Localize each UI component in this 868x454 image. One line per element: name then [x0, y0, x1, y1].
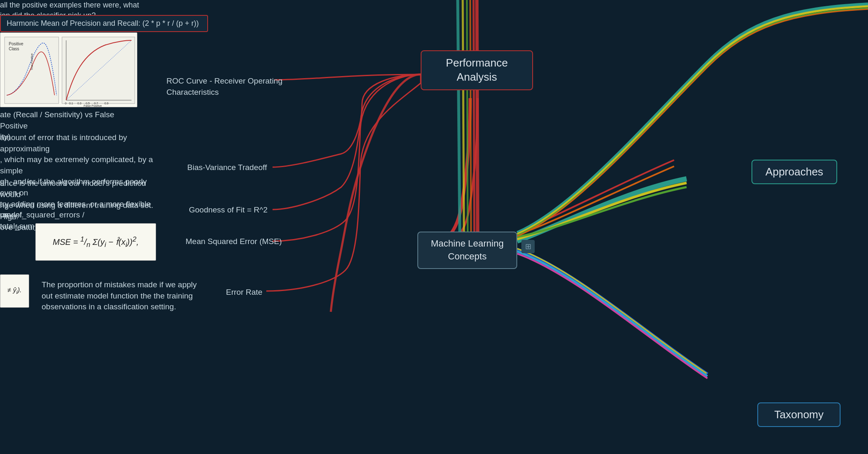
- error-rate-label: Error Rate: [226, 287, 263, 298]
- svg-text:0: 0: [65, 102, 67, 105]
- error-rate-description: The proportion of mistakes made if we ap…: [42, 279, 225, 313]
- roc-chart: Positive Class True Positive 0 0.1 0.3 0…: [0, 32, 137, 107]
- svg-text:0.1: 0.1: [69, 102, 73, 105]
- goodness-of-fit-label: Goodness of Fit = R^2: [189, 205, 268, 216]
- svg-text:False Positive: False Positive: [84, 104, 102, 107]
- machine-learning-concepts-node[interactable]: Machine Learning Concepts: [417, 232, 517, 269]
- performance-analysis-node[interactable]: Performance Analysis: [421, 50, 533, 90]
- svg-rect-10: [62, 37, 135, 104]
- roc-curve-label: ROC Curve - Receiver Operating Character…: [166, 76, 283, 98]
- error-formula-text: ≠ ŷi).: [7, 286, 22, 295]
- svg-line-0: [458, 0, 460, 233]
- svg-line-1: [463, 0, 464, 233]
- taxonomy-node[interactable]: Taxonomy: [757, 402, 841, 427]
- error-formula-box: ≠ ŷi).: [0, 274, 29, 308]
- svg-text:Positive: Positive: [9, 42, 23, 46]
- svg-text:True Positive: True Positive: [30, 53, 33, 70]
- mean-squared-error-label: Mean Squared Error (MSE): [186, 236, 282, 247]
- approaches-node[interactable]: Approaches: [751, 160, 837, 184]
- mse-formula-box: MSE = 1/n Σ(yi − f̂(xi))2,: [35, 223, 156, 261]
- svg-text:0.9: 0.9: [104, 102, 109, 105]
- svg-line-4: [474, 0, 474, 233]
- svg-text:Class: Class: [9, 47, 19, 51]
- mse-formula-text: MSE = 1/n Σ(yi − f̂(xi))2,: [53, 235, 139, 249]
- bias-variance-label: Bias-Variance Tradeoff: [187, 162, 267, 173]
- svg-line-5: [477, 0, 478, 233]
- harmonic-mean-box: Harmonic Mean of Precision and Recall: (…: [0, 15, 208, 32]
- svg-line-2: [467, 0, 468, 233]
- svg-text:0.3: 0.3: [77, 102, 82, 105]
- expand-icon[interactable]: ⊞: [521, 240, 535, 253]
- svg-line-3: [470, 0, 471, 233]
